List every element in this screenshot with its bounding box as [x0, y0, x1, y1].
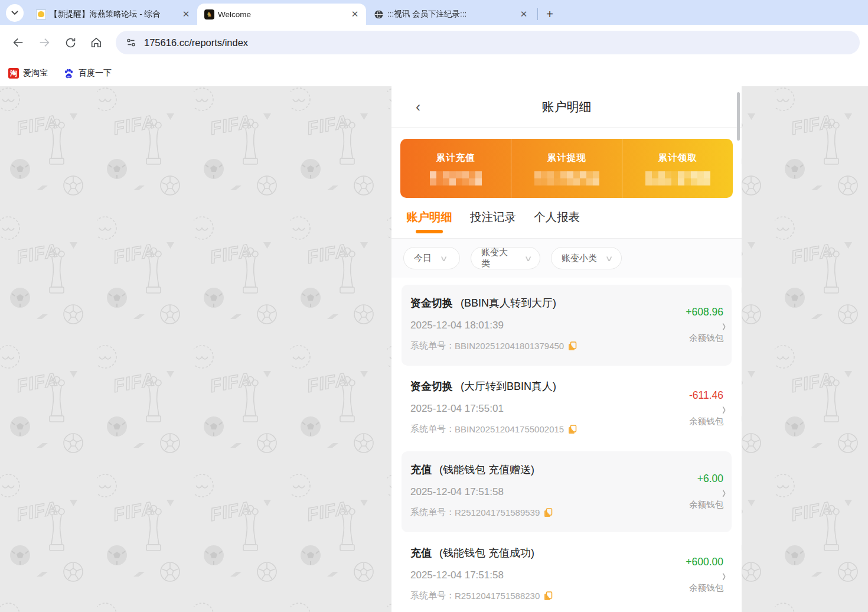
- summary-total-withdraw: 累计提现: [511, 139, 622, 198]
- browser-toolbar: 175616.cc/reports/index: [0, 25, 868, 60]
- transaction-row[interactable]: 充值 (钱能钱包 充值成功) 2025-12-04 17:51:58 系统单号：…: [391, 535, 742, 612]
- address-bar[interactable]: 175616.cc/reports/index: [116, 31, 860, 54]
- panel-header: ‹ 账户明细: [391, 86, 742, 128]
- new-tab-button[interactable]: +: [541, 6, 558, 22]
- order-number-label: 系统单号：: [410, 507, 455, 518]
- copy-icon[interactable]: [568, 341, 577, 351]
- summary-label: 累计提现: [547, 152, 586, 164]
- reload-button[interactable]: [60, 32, 80, 53]
- reload-icon: [64, 37, 77, 49]
- bookmark-taobao[interactable]: 淘 爱淘宝: [8, 68, 48, 79]
- transaction-subtitle: (钱能钱包 充值赠送): [436, 464, 534, 476]
- chevron-down-icon: [11, 11, 18, 15]
- page-content: FIFA: [0, 86, 868, 612]
- baidu-paw-icon: du: [63, 68, 74, 79]
- tab-close-icon[interactable]: ✕: [518, 9, 529, 19]
- wallet-label: 余额钱包: [605, 333, 723, 344]
- filter-label: 账变大类: [481, 247, 516, 269]
- order-number-value: R2512041751589539: [455, 507, 540, 517]
- summary-total-claimed: 累计领取: [622, 139, 733, 198]
- wallet-label: 余额钱包: [605, 499, 723, 510]
- transaction-list: 资金切换 (BBIN真人转到大厅) 2025-12-04 18:01:39 系统…: [391, 278, 742, 612]
- order-number-value: BBIN202512041801379450: [455, 341, 564, 351]
- taobao-icon: 淘: [8, 68, 19, 79]
- bookmark-label: 爱淘宝: [23, 68, 48, 79]
- masked-value: [645, 171, 710, 185]
- chevron-right-icon[interactable]: ›: [722, 315, 726, 336]
- summary-label: 累计领取: [658, 152, 697, 164]
- chevron-right-icon[interactable]: ›: [722, 482, 726, 502]
- url-text[interactable]: 175616.cc/reports/index: [144, 37, 248, 48]
- chevron-right-icon[interactable]: ›: [722, 565, 726, 585]
- chevron-down-icon: ∨: [524, 254, 533, 263]
- filter-date-select[interactable]: 今日 ∨: [403, 247, 460, 269]
- chevron-right-icon[interactable]: ›: [722, 399, 726, 419]
- masked-value: [430, 171, 482, 185]
- svg-text:du: du: [67, 74, 71, 77]
- copy-icon[interactable]: [544, 508, 553, 517]
- order-number-value: R2512041751588230: [455, 591, 540, 601]
- transaction-row[interactable]: 充值 (钱能钱包 充值赠送) 2025-12-04 17:51:58 系统单号：…: [391, 451, 742, 535]
- summary-label: 累计充值: [436, 152, 475, 164]
- home-icon: [90, 36, 103, 49]
- transaction-type: 资金切换: [410, 297, 453, 309]
- account-panel: ‹ 账户明细 累计充值 累计提现 累计领取 账户明细 投注记录 个人报表: [391, 86, 742, 612]
- back-button[interactable]: [8, 32, 28, 53]
- transaction-row[interactable]: 资金切换 (BBIN真人转到大厅) 2025-12-04 18:01:39 系统…: [391, 285, 742, 368]
- tab-title: :::视讯 会员下注纪录:::: [387, 9, 515, 19]
- transaction-subtitle: (BBIN真人转到大厅): [458, 297, 556, 309]
- order-number-label: 系统单号：: [410, 340, 455, 351]
- chevron-down-icon: ∨: [605, 254, 614, 263]
- transaction-subtitle: (大厅转到BBIN真人): [458, 380, 556, 392]
- tab-title: Welcome: [218, 10, 346, 19]
- tab-separator: [537, 8, 538, 20]
- scrollbar-thumb[interactable]: [737, 92, 740, 141]
- back-chevron-icon[interactable]: ‹: [409, 97, 427, 117]
- tab-account-detail[interactable]: 账户明细: [406, 209, 452, 238]
- back-arrow-icon: [12, 36, 25, 49]
- transaction-type: 充值: [410, 547, 432, 559]
- browser-tab-forum[interactable]: 【新提醒】海燕策略论坛 - 综合 ✕: [28, 4, 197, 25]
- globe-icon: [373, 9, 384, 19]
- tab-close-icon[interactable]: ✕: [181, 9, 191, 19]
- forward-arrow-icon: [38, 36, 51, 49]
- wallet-label: 余额钱包: [605, 416, 723, 427]
- tab-bet-records[interactable]: 投注记录: [470, 209, 516, 238]
- bookmark-label: 百度一下: [79, 68, 112, 79]
- chevron-down-icon: ∨: [440, 254, 448, 263]
- copy-icon[interactable]: [544, 591, 553, 601]
- tab-personal-report[interactable]: 个人报表: [534, 209, 580, 238]
- filter-label: 今日: [414, 253, 432, 264]
- order-number-label: 系统单号：: [410, 590, 455, 601]
- tab-search-button[interactable]: [6, 4, 24, 22]
- forward-button[interactable]: [34, 32, 54, 53]
- tab-close-icon[interactable]: ✕: [350, 9, 360, 19]
- transaction-amount: +600.00: [605, 556, 723, 568]
- filter-label: 账变小类: [562, 253, 597, 264]
- filter-row: 今日 ∨ 账变大类 ∨ 账变小类 ∨: [391, 239, 742, 278]
- transaction-subtitle: (钱能钱包 充值成功): [436, 547, 534, 559]
- report-tabs: 账户明细 投注记录 个人报表: [391, 198, 742, 239]
- filter-minor-category-select[interactable]: 账变小类 ∨: [551, 247, 622, 269]
- browser-tab-welcome[interactable]: ♞ Welcome ✕: [197, 4, 366, 25]
- home-button[interactable]: [86, 32, 106, 53]
- transaction-type: 资金切换: [410, 380, 453, 392]
- copy-icon[interactable]: [568, 425, 577, 434]
- page-title: 账户明细: [391, 86, 742, 128]
- wallet-label: 余额钱包: [605, 582, 723, 594]
- bookmark-baidu[interactable]: du 百度一下: [63, 68, 112, 79]
- transaction-amount: +608.96: [605, 306, 723, 318]
- transaction-row[interactable]: 资金切换 (大厅转到BBIN真人) 2025-12-04 17:55:01 系统…: [391, 368, 742, 451]
- bookmarks-bar: 淘 爱淘宝 du 百度一下: [0, 60, 868, 86]
- welcome-favicon: ♞: [204, 9, 214, 19]
- site-settings-icon: [125, 37, 137, 48]
- summary-card: 累计充值 累计提现 累计领取: [400, 139, 733, 198]
- browser-tab-records[interactable]: :::视讯 会员下注纪录::: ✕: [366, 4, 535, 25]
- order-number-value: BBIN202512041755002015: [455, 424, 564, 434]
- browser-tab-strip: 【新提醒】海燕策略论坛 - 综合 ✕ ♞ Welcome ✕ :::视讯 会员下…: [0, 0, 868, 25]
- transaction-amount: +6.00: [605, 473, 723, 485]
- filter-major-category-select[interactable]: 账变大类 ∨: [471, 247, 540, 269]
- forum-favicon: [35, 9, 46, 19]
- transaction-amount: -611.46: [605, 389, 723, 402]
- summary-total-deposit: 累计充值: [400, 139, 511, 198]
